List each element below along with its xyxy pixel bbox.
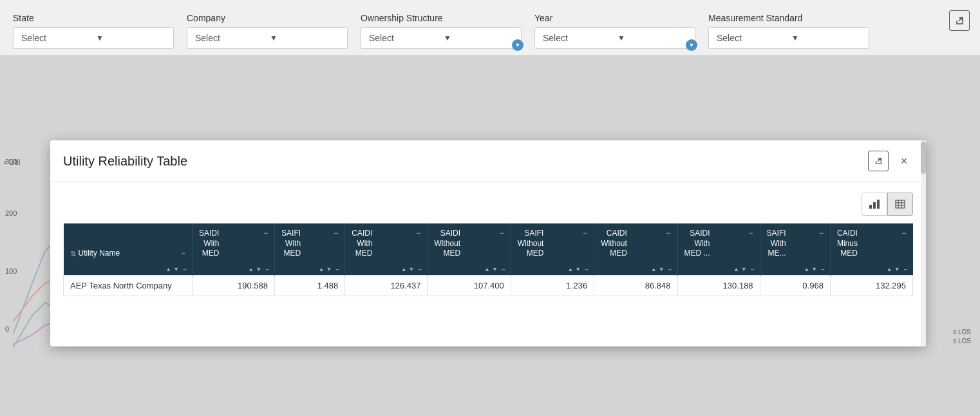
measurement-select-value: Select — [717, 33, 786, 43]
saifi2-sort-down[interactable]: ▼ — [575, 266, 581, 272]
saifi3-sort-down[interactable]: ▼ — [811, 266, 817, 272]
ownership-select[interactable]: Select ▼ ▼ — [361, 27, 522, 49]
saidi3-sort-up[interactable]: ▲ — [733, 266, 739, 272]
saidi-without-med-label: SAIDIWithoutMED — [434, 229, 460, 259]
filter-group-year: Year Select ▼ ▼ — [534, 13, 695, 49]
saifi3-col-minus[interactable]: − — [821, 266, 825, 273]
measurement-chevron-icon: ▼ — [791, 33, 861, 43]
col-header-saidi-without-med: SAIDIWithoutMED − — [428, 223, 511, 264]
saifi2-col-minus[interactable]: − — [585, 266, 589, 273]
col-header-caidi-minus-med: CAIDIMinusMED − — [830, 223, 912, 264]
year-filter-label: Year — [534, 13, 695, 23]
year-chevron-icon: ▼ — [617, 33, 687, 43]
ownership-chevron-icon: ▼ — [444, 33, 513, 43]
saidi2-sort-up[interactable]: ▲ — [484, 266, 490, 272]
modal-title: Utility Reliability Table — [63, 154, 187, 169]
filter-bar: State Select ▼ Company Select ▼ Ownershi… — [0, 0, 980, 56]
legend-item-1: s LOS — [953, 328, 971, 336]
caidi-without-med-label: CAIDIWithoutMED — [601, 229, 627, 259]
saifi-with-med-minus[interactable]: − — [334, 229, 338, 239]
col-header-saidi-with-med: SAIDIWithMED − — [193, 223, 275, 264]
scrollbar-thumb — [921, 142, 926, 174]
saidi-with-med-minus[interactable]: − — [263, 229, 268, 239]
cell-saidi-with-med2: 130.188 — [677, 275, 760, 296]
svg-line-0 — [959, 17, 963, 21]
modal-scrollbar[interactable] — [921, 140, 926, 346]
utility-col-minus[interactable]: − — [183, 266, 187, 273]
modal-header: Utility Reliability Table × — [50, 140, 926, 182]
page-share-button[interactable] — [949, 10, 970, 31]
saifi-col-minus[interactable]: − — [335, 266, 339, 273]
saidi3-sort-down[interactable]: ▼ — [741, 266, 747, 272]
col-header-caidi-with-med: CAIDIWithMED − — [345, 223, 428, 264]
table-view-button[interactable] — [887, 193, 913, 216]
saidi-with-med-label: SAIDIWithMED — [199, 229, 219, 259]
caidi3-col-minus[interactable]: − — [904, 266, 908, 273]
caidi-without-med-minus[interactable]: − — [666, 229, 670, 239]
saidi-with-med2-label: SAIDIWithMED ... — [684, 229, 710, 259]
modal-close-button[interactable]: × — [895, 152, 913, 170]
saifi-with-me-label: SAIFIWithME... — [767, 229, 786, 259]
svg-rect-4 — [877, 200, 880, 209]
modal-body: ⇅ Utility Name − SAIDIWithMED − — [50, 182, 926, 309]
utility-sort-icon[interactable]: ⇅ — [70, 249, 76, 258]
caidi3-sort-up[interactable]: ▲ — [887, 266, 892, 272]
cell-saifi-without-med: 1.236 — [511, 275, 594, 296]
reliability-table: ⇅ Utility Name − SAIDIWithMED − — [63, 223, 913, 296]
view-toggle — [63, 193, 913, 216]
measurement-select[interactable]: Select ▼ — [708, 27, 869, 49]
filter-group-measurement: Measurement Standard Select ▼ — [708, 13, 869, 49]
caidi2-col-minus[interactable]: − — [668, 266, 672, 273]
cell-saidi-without-med: 107.400 — [428, 275, 511, 296]
cell-saidi-with-med: 190.588 — [193, 275, 275, 296]
state-select[interactable]: Select ▼ — [13, 27, 174, 49]
saidi2-col-minus[interactable]: − — [502, 266, 505, 273]
state-filter-label: State — [13, 13, 174, 23]
saifi3-sort-up[interactable]: ▲ — [804, 266, 809, 272]
ownership-filter-label: Ownership Structure — [361, 13, 522, 23]
utility-minus-icon[interactable]: − — [181, 249, 185, 259]
modal-share-button[interactable] — [868, 151, 889, 171]
utility-sort-up[interactable]: ▲ — [165, 266, 171, 272]
caidi2-sort-up[interactable]: ▲ — [651, 266, 657, 272]
saidi-sort-down[interactable]: ▼ — [256, 266, 261, 272]
cell-saifi-with-me: 0.968 — [760, 275, 830, 296]
saidi2-sort-down[interactable]: ▼ — [492, 266, 498, 272]
saifi-sort-down[interactable]: ▼ — [326, 266, 332, 272]
saidi-with-med2-minus[interactable]: − — [749, 229, 753, 239]
caidi-with-med-minus[interactable]: − — [416, 229, 420, 239]
caidi-sort-up[interactable]: ▲ — [401, 266, 407, 272]
caidi-sort-down[interactable]: ▼ — [409, 266, 415, 272]
cell-saifi-with-med: 1.488 — [275, 275, 345, 296]
state-chevron-icon: ▼ — [96, 33, 165, 43]
saidi3-col-minus[interactable]: − — [751, 266, 755, 273]
saifi-sort-up[interactable]: ▲ — [319, 266, 325, 272]
col-header-saifi-with-me: SAIFIWithME... − — [760, 223, 830, 264]
caidi3-sort-down[interactable]: ▼ — [894, 266, 900, 272]
company-filter-label: Company — [187, 13, 348, 23]
caidi-col-minus[interactable]: − — [419, 266, 422, 273]
saifi-with-me-minus[interactable]: − — [819, 229, 824, 239]
saifi2-sort-up[interactable]: ▲ — [567, 266, 573, 272]
saifi-with-med-label: SAIFIWithMED — [281, 229, 301, 259]
measurement-filter-label: Measurement Standard — [708, 13, 869, 23]
caidi2-sort-down[interactable]: ▼ — [659, 266, 664, 272]
cell-caidi-without-med: 86.848 — [594, 275, 677, 296]
col-header-utility: ⇅ Utility Name − — [64, 223, 193, 264]
filter-group-company: Company Select ▼ — [187, 13, 348, 49]
saifi-without-med-minus[interactable]: − — [583, 229, 587, 239]
col-header-caidi-without-med: CAIDIWithoutMED − — [594, 223, 677, 264]
caidi-minus-med-minus[interactable]: − — [901, 229, 906, 239]
svg-rect-5 — [896, 200, 905, 208]
ownership-select-value: Select — [369, 33, 438, 43]
chart-view-button[interactable] — [862, 193, 887, 216]
company-select[interactable]: Select ▼ — [187, 27, 348, 49]
year-select[interactable]: Select ▼ ▼ — [534, 27, 695, 49]
saidi-sort-up[interactable]: ▲ — [248, 266, 254, 272]
saidi-without-med-minus[interactable]: − — [500, 229, 504, 239]
svg-rect-2 — [869, 205, 872, 209]
saidi-col-minus[interactable]: − — [265, 266, 269, 273]
ownership-filter-badge: ▼ — [512, 39, 523, 51]
utility-sort-down[interactable]: ▼ — [173, 266, 179, 272]
legend-area: s LOS s LOS — [953, 328, 971, 345]
